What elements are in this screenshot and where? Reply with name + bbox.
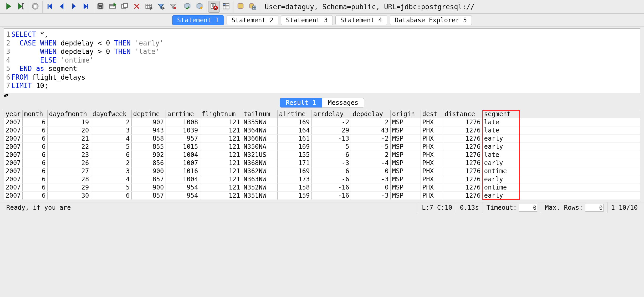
cell[interactable]: -3 bbox=[311, 159, 351, 167]
cell[interactable]: -2 bbox=[311, 118, 351, 126]
cell[interactable]: 1016 bbox=[166, 167, 200, 175]
cell[interactable]: 6 bbox=[22, 183, 47, 191]
cell[interactable]: PHX bbox=[421, 175, 443, 183]
cell[interactable]: 121 bbox=[200, 191, 242, 199]
cell[interactable]: N355NW bbox=[242, 118, 277, 126]
cell[interactable]: 161 bbox=[277, 134, 311, 142]
table-row[interactable]: 200762739001016121N362NW16960MSPPHX1276o… bbox=[4, 167, 640, 175]
clear-filter-button[interactable] bbox=[167, 1, 179, 13]
filter-button[interactable] bbox=[155, 1, 167, 13]
cell[interactable]: 159 bbox=[277, 191, 311, 199]
cell[interactable]: PHX bbox=[421, 142, 443, 151]
cell[interactable]: PHX bbox=[421, 118, 443, 126]
code-line[interactable]: LIMIT 10; bbox=[11, 81, 48, 90]
cell[interactable]: 1276 bbox=[443, 151, 482, 159]
cell[interactable]: 2007 bbox=[4, 167, 22, 175]
cell[interactable]: 173 bbox=[277, 175, 311, 183]
cell[interactable]: 121 bbox=[200, 142, 242, 151]
cell[interactable]: -2 bbox=[351, 134, 390, 142]
cell[interactable]: 2007 bbox=[4, 175, 22, 183]
table-row[interactable]: 200761929021008121N355NW169-22MSPPHX1276… bbox=[4, 118, 640, 126]
cell[interactable]: 2007 bbox=[4, 159, 22, 167]
cell[interactable]: PHX bbox=[421, 183, 443, 191]
next-button[interactable] bbox=[68, 1, 80, 13]
cell[interactable]: MSP bbox=[390, 118, 421, 126]
cell[interactable]: -6 bbox=[311, 175, 351, 183]
cell[interactable]: MSP bbox=[390, 167, 421, 175]
cell[interactable]: late bbox=[482, 126, 519, 134]
cell[interactable]: MSP bbox=[390, 151, 421, 159]
cell[interactable]: 0 bbox=[351, 167, 390, 175]
cell[interactable]: 954 bbox=[166, 191, 200, 199]
cell[interactable]: 29 bbox=[47, 183, 91, 191]
cell[interactable]: PHX bbox=[421, 167, 443, 175]
cell[interactable]: 6 bbox=[22, 134, 47, 142]
cell[interactable]: N363NW bbox=[242, 175, 277, 183]
cell[interactable]: -6 bbox=[311, 151, 351, 159]
cell[interactable]: 6 bbox=[22, 175, 47, 183]
code-line[interactable]: ELSE 'ontime' bbox=[11, 56, 94, 65]
cell[interactable]: 1015 bbox=[166, 142, 200, 151]
cell[interactable]: 2007 bbox=[4, 191, 22, 199]
db-objects-button[interactable] bbox=[235, 1, 246, 13]
table-row[interactable]: 20076214858957121N366NW161-13-2MSPPHX127… bbox=[4, 134, 640, 142]
cell[interactable]: 1276 bbox=[443, 159, 482, 167]
cell[interactable]: 943 bbox=[131, 126, 166, 134]
cell[interactable]: 26 bbox=[47, 159, 91, 167]
cell[interactable]: 1276 bbox=[443, 191, 482, 199]
rollback-button[interactable] bbox=[194, 1, 205, 13]
cell[interactable]: -16 bbox=[311, 183, 351, 191]
cell[interactable]: 2007 bbox=[4, 118, 22, 126]
col-header-depdelay[interactable]: depdelay bbox=[351, 110, 390, 118]
cell[interactable]: early bbox=[482, 142, 519, 151]
cell[interactable]: 121 bbox=[200, 118, 242, 126]
table-row[interactable]: 200762258551015121N350NA1695-5MSPPHX1276… bbox=[4, 142, 640, 151]
cell[interactable]: 2007 bbox=[4, 183, 22, 191]
cell[interactable]: MSP bbox=[390, 126, 421, 134]
cell[interactable]: 169 bbox=[277, 118, 311, 126]
cell[interactable]: 902 bbox=[131, 151, 166, 159]
ignore-errors-button[interactable] bbox=[208, 1, 220, 13]
cell[interactable]: 6 bbox=[91, 151, 131, 159]
cell[interactable]: 121 bbox=[200, 134, 242, 142]
cell[interactable]: 954 bbox=[166, 183, 200, 191]
tab-result-1[interactable]: Result 1 bbox=[280, 98, 322, 107]
save-button[interactable] bbox=[95, 1, 106, 13]
cell[interactable]: 1276 bbox=[443, 175, 482, 183]
cell[interactable]: 855 bbox=[131, 142, 166, 151]
cell[interactable]: 30 bbox=[47, 191, 91, 199]
col-header-dayofweek[interactable]: dayofweek bbox=[91, 110, 131, 118]
code-line[interactable]: WHEN depdelay > 0 THEN 'late' bbox=[11, 47, 160, 56]
cell[interactable]: 6 bbox=[311, 167, 351, 175]
col-header-dayofmonth[interactable]: dayofmonth bbox=[47, 110, 91, 118]
run-cursor-button[interactable] bbox=[15, 1, 27, 13]
cell[interactable]: 6 bbox=[22, 118, 47, 126]
cell[interactable]: N364NW bbox=[242, 126, 277, 134]
cell[interactable]: 121 bbox=[200, 126, 242, 134]
tab-statement-4[interactable]: Statement 4 bbox=[335, 15, 387, 25]
commit-button[interactable] bbox=[182, 1, 193, 13]
cell[interactable]: 1004 bbox=[166, 175, 200, 183]
last-button[interactable] bbox=[80, 1, 92, 13]
table-row[interactable]: 20076295900954121N352NW158-160MSPPHX1276… bbox=[4, 183, 640, 191]
cell[interactable]: 1276 bbox=[443, 134, 482, 142]
cell[interactable]: 20 bbox=[47, 126, 91, 134]
cell[interactable]: 1004 bbox=[166, 151, 200, 159]
tab-statement-3[interactable]: Statement 3 bbox=[281, 15, 333, 25]
cell[interactable]: 2007 bbox=[4, 151, 22, 159]
cell[interactable]: 29 bbox=[311, 126, 351, 134]
cell[interactable]: 3 bbox=[91, 126, 131, 134]
cell[interactable]: 5 bbox=[91, 142, 131, 151]
cell[interactable]: 28 bbox=[47, 175, 91, 183]
result-grid[interactable]: yearmonthdayofmonthdayofweekdeptimearrti… bbox=[4, 110, 640, 200]
cell[interactable]: 3 bbox=[91, 167, 131, 175]
col-header-segment[interactable]: segment bbox=[482, 110, 519, 118]
cell[interactable]: 164 bbox=[277, 126, 311, 134]
cell[interactable]: ontime bbox=[482, 183, 519, 191]
col-header-month[interactable]: month bbox=[22, 110, 47, 118]
cell[interactable]: 1276 bbox=[443, 167, 482, 175]
cell[interactable]: MSP bbox=[390, 142, 421, 151]
cell[interactable]: -3 bbox=[351, 175, 390, 183]
cell[interactable]: 169 bbox=[277, 167, 311, 175]
cell[interactable]: 4 bbox=[91, 175, 131, 183]
